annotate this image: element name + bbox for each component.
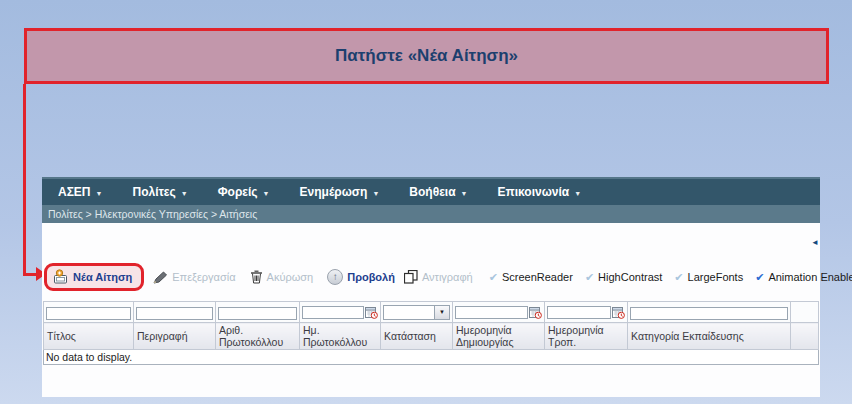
instruction-banner: Πατήστε «Νέα Αίτηση» [24,28,829,84]
main-navbar: ΑΣΕΠ▼Πολίτες▼Φορείς▼Ενημέρωση▼Βοήθεια▼Επ… [42,177,820,205]
filter-input-katigoria-ekpaideysis[interactable] [630,307,788,320]
accessibility-label: LargeFonts [688,271,744,283]
column-header-titlos[interactable]: Τίτλος [44,323,134,350]
filter-input-arith-protokollou[interactable] [218,307,297,320]
copy-button[interactable]: Αντιγραφή [404,270,473,284]
calendar-icon[interactable] [612,306,625,319]
column-header-im-protokollou[interactable]: Ημ. Πρωτοκόλλου [300,323,381,350]
filter-input-perigrafi[interactable] [136,307,213,320]
accessibility-label: Animation Enabled [768,271,852,283]
accessibility-label: HighContrast [598,271,662,283]
up-arrow-circle-icon: ↑ [327,269,343,285]
edit-button[interactable]: Επεξεργασία [153,271,235,284]
calendar-icon[interactable] [365,306,378,319]
copy-icon [404,270,418,284]
check-icon: ✔ [674,271,683,284]
header-row: ΤίτλοςΠεριγραφήΑριθ. ΠρωτοκόλλουΗμ. Πρωτ… [44,323,819,350]
new-application-button[interactable]: Νέα Αίτηση [44,263,144,291]
nav-item-foreis[interactable]: Φορείς▼ [218,185,270,199]
chevron-down-icon: ▼ [372,190,379,197]
nav-item-polites[interactable]: Πολίτες▼ [132,185,187,199]
accessibility-toggle-animation-enabled[interactable]: ✔Animation Enabled [755,271,852,284]
breadcrumb[interactable]: Πολίτες > Ηλεκτρονικές Υπηρεσίες > Αιτήσ… [42,205,820,223]
new-application-icon [52,269,69,285]
check-icon: ✔ [585,271,594,284]
view-label: Προβολή [347,271,395,283]
filter-input-imerominia-trop[interactable] [547,306,611,319]
column-header-perigrafi[interactable]: Περιγραφή [134,323,216,350]
connector-line-horizontal [23,273,37,276]
chevron-down-icon: ▼ [574,190,581,197]
check-icon: ✔ [489,271,498,284]
filter-input-imerominia-dimiourgias[interactable] [455,306,528,319]
check-icon: ✔ [755,271,764,284]
accessibility-toggle-highcontrast[interactable]: ✔HighContrast [585,271,662,284]
nav-item-voithia[interactable]: Βοήθεια▼ [409,185,467,199]
chevron-down-icon: ▼ [263,190,270,197]
nav-item-asep[interactable]: ΑΣΕΠ▼ [58,185,102,199]
nav-item-label: Βοήθεια [409,185,455,199]
dropdown-arrow-icon[interactable]: ▼ [434,306,449,319]
accessibility-toggle-largefonts[interactable]: ✔LargeFonts [674,271,743,284]
view-button[interactable]: ↑ Προβολή [327,269,395,285]
nav-item-enimerosi[interactable]: Ενημέρωση▼ [300,185,380,199]
filter-row: ▼ [44,302,819,323]
nav-item-label: Φορείς [218,185,258,199]
instruction-banner-text: Πατήστε «Νέα Αίτηση» [335,46,518,66]
column-header-arith-protokollou[interactable]: Αριθ. Πρωτοκόλλου [216,323,300,350]
nav-item-label: ΑΣΕΠ [58,185,91,199]
calendar-icon[interactable] [529,306,542,319]
pencil-icon [153,271,168,284]
application-window: ΑΣΕΠ▼Πολίτες▼Φορείς▼Ενημέρωση▼Βοήθεια▼Επ… [42,177,820,397]
accessibility-toggle-screenreader[interactable]: ✔ScreenReader [489,271,573,284]
chevron-down-icon: ▼ [96,190,103,197]
chevron-down-icon: ▼ [181,190,188,197]
accessibility-label: ScreenReader [502,271,573,283]
accessibility-toggles: ✔ScreenReader✔HighContrast✔LargeFonts✔An… [489,271,852,284]
new-application-label: Νέα Αίτηση [73,271,132,283]
edit-label: Επεξεργασία [172,271,235,283]
column-header-imerominia-dimiourgias[interactable]: Ημερομηνία Δημιουργίας [453,323,545,350]
applications-table: ▼ΤίτλοςΠεριγραφήΑριθ. ΠρωτοκόλλουΗμ. Πρω… [43,301,819,365]
cancel-label: Ακύρωση [267,271,314,283]
nav-item-epikoinonia[interactable]: Επικοινωνία▼ [498,185,582,199]
toolbar: Νέα Αίτηση Επεξεργασία Ακύρωση ↑ [44,262,852,292]
nav-item-label: Πολίτες [132,185,175,199]
column-header-katastasi[interactable]: Κατάσταση [381,323,453,350]
filter-input-titlos[interactable] [46,307,131,320]
no-data-text: No data to display. [44,350,819,365]
column-header-spacer [791,323,819,350]
nav-item-label: Επικοινωνία [498,185,570,199]
nav-item-label: Ενημέρωση [300,185,368,199]
trash-icon [250,270,263,284]
copy-label: Αντιγραφή [422,271,473,283]
filter-dropdown-katastasi[interactable]: ▼ [383,305,450,320]
connector-line-vertical [23,84,26,275]
filter-input-im-protokollou[interactable] [302,306,364,319]
column-header-katigoria-ekpaideysis[interactable]: Κατηγορία Εκπαίδευσης [628,323,791,350]
chevron-down-icon: ▼ [461,190,468,197]
breadcrumb-text: Πολίτες > Ηλεκτρονικές Υπηρεσίες > Αιτήσ… [48,208,257,220]
collapse-panel-icon[interactable]: ◄ [811,239,819,247]
cancel-button[interactable]: Ακύρωση [250,270,314,284]
empty-table-row: No data to display. [44,350,819,365]
column-header-imerominia-trop[interactable]: Ημερομηνία Τροπ. [545,323,628,350]
